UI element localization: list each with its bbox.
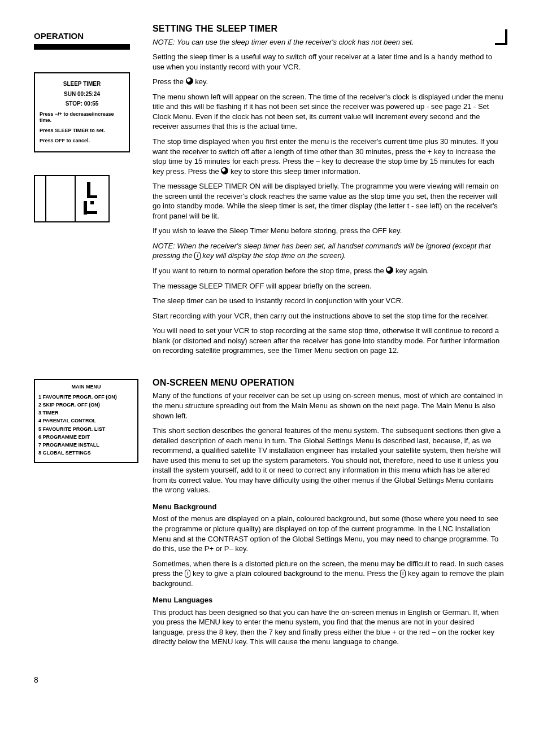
sleep-p4b: key to store this sleep timer informatio… — [231, 167, 360, 176]
page-number: 8 — [34, 675, 505, 685]
sleep-p1: Setting the sleep timer is a useful way … — [153, 52, 505, 72]
main-menu-item: 1 FAVOURITE PROGR. OFF (ON) — [38, 394, 134, 400]
menu-bg-p2: Sometimes, when there is a distorted pic… — [153, 559, 505, 589]
sleep-p5: The message SLEEP TIMER ON will be displ… — [153, 181, 505, 221]
menu-lang-p: This product has been designed so that y… — [153, 608, 505, 647]
letter-t-icon — [81, 182, 99, 215]
menu-lang-head: Menu Languages — [153, 595, 505, 605]
sleep-timer-menu-box: SLEEP TIMER SUN 00:25:24 STOP: 00:55 Pre… — [34, 72, 130, 152]
sleep-menu-hint3: Press OFF to cancel. — [40, 138, 124, 145]
main-menu-item: 7 PROGRAMME INSTALL — [38, 442, 134, 448]
sleep-note2: NOTE: When the receiver's sleep timer ha… — [153, 241, 505, 261]
sleep-p6: If you wish to leave the Sleep Timer Men… — [153, 226, 505, 236]
sleep-note2b: key will display the stop time on the sc… — [202, 251, 346, 260]
i-key-icon: i — [194, 252, 200, 260]
sleep-p4: The stop time displayed when you first e… — [153, 137, 505, 176]
menu-bg-p1: Most of the menus are displayed on a pla… — [153, 514, 505, 553]
sleep-p10: Start recording with your VCR, then carr… — [153, 311, 505, 321]
sleep-menu-hint1: Press −/+ to decrease/increase time. — [40, 111, 124, 124]
main-menu-item: 4 PARENTAL CONTROL — [38, 417, 134, 424]
operation-header: OPERATION — [34, 30, 141, 42]
sleep-p7a: If you want to return to normal operatio… — [153, 266, 386, 275]
sleep-key-icon — [186, 77, 193, 85]
onscreen-p2: This short section describes the general… — [153, 426, 505, 495]
onscreen-title: ON-SCREEN MENU OPERATION — [153, 377, 505, 389]
main-menu-item: 6 PROGRAMME EDIT — [38, 434, 134, 440]
i-key-icon: i — [400, 570, 406, 578]
front-panel-display — [34, 175, 110, 222]
sleep-p7: If you want to return to normal operatio… — [153, 266, 505, 276]
sleep-p2b: key. — [195, 77, 208, 86]
onscreen-p1: Many of the functions of your receiver c… — [153, 391, 505, 421]
sleep-p3: The menu shown left will appear on the s… — [153, 92, 505, 132]
menu-bg-head: Menu Background — [153, 502, 505, 512]
sleep-p11: You will need to set your VCR to stop re… — [153, 326, 505, 356]
sleep-title: SETTING THE SLEEP TIMER — [153, 23, 505, 35]
main-menu-box: MAIN MENU 1 FAVOURITE PROGR. OFF (ON) 2 … — [34, 379, 138, 463]
corner-mark — [495, 29, 507, 45]
sleep-menu-time: SUN 00:25:24 — [40, 90, 124, 98]
i-key-icon: i — [185, 570, 190, 578]
sleep-p2a: Press the — [153, 77, 186, 86]
sleep-key-icon — [386, 266, 393, 274]
main-menu-item: 2 SKIP PROGR. OFF (ON) — [38, 401, 134, 408]
sleep-p8: The message SLEEP TIMER OFF will appear … — [153, 281, 505, 291]
operation-rule — [34, 44, 130, 50]
sleep-note: NOTE: You can use the sleep timer even i… — [153, 37, 505, 47]
main-menu-title: MAIN MENU — [38, 383, 134, 390]
sleep-menu-title: SLEEP TIMER — [40, 80, 124, 88]
main-menu-item: 5 FAVOURITE PROGR. LIST — [38, 426, 134, 432]
sleep-p7b: key again. — [395, 266, 429, 275]
main-menu-item: 8 GLOBAL SETTINGS — [38, 449, 134, 456]
sleep-menu-stop: STOP: 00:55 — [40, 100, 124, 108]
menu-bg-p2b: key to give a plain coloured background … — [193, 569, 400, 578]
sleep-key-icon — [221, 167, 228, 174]
main-menu-item: 3 TIMER — [38, 409, 134, 416]
sleep-p9: The sleep timer can be used to instantly… — [153, 296, 505, 306]
sleep-p2: Press the key. — [153, 77, 505, 87]
sleep-menu-hint2: Press SLEEP TIMER to set. — [40, 128, 124, 134]
